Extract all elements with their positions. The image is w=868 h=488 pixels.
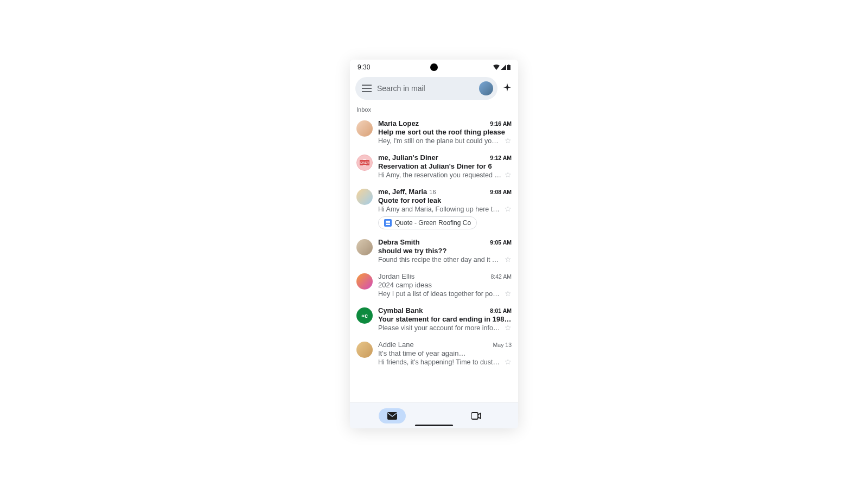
email-body: me, Jeff, Maria169:08 AMQuote for roof l… bbox=[378, 188, 512, 229]
email-row[interactable]: Jordan Ellis8:42 AM2024 camp ideasHey I … bbox=[350, 268, 518, 302]
email-snippet: Hi Amy and Maria, Following up here t… bbox=[378, 206, 501, 213]
search-bar[interactable]: Search in mail bbox=[355, 77, 497, 100]
status-bar: 9:30 bbox=[350, 60, 518, 75]
email-time: May 13 bbox=[493, 342, 512, 348]
star-icon[interactable]: ☆ bbox=[505, 289, 512, 298]
sender-avatar bbox=[356, 239, 373, 255]
email-body: Cymbal Bank8:01 AMYour statement for car… bbox=[378, 306, 512, 332]
account-avatar[interactable] bbox=[479, 81, 493, 95]
email-time: 9:05 AM bbox=[490, 239, 512, 246]
phone-frame: 9:30 Search in mail Inbox Maria Lopez9:1… bbox=[350, 60, 518, 428]
attachment-label: Quote - Green Roofing Co bbox=[395, 219, 471, 227]
home-indicator[interactable] bbox=[415, 425, 453, 426]
email-snippet: Hi Amy, the reservation you requested is… bbox=[378, 171, 501, 179]
sender-avatar bbox=[356, 342, 373, 358]
email-subject: Quote for roof leak bbox=[378, 196, 512, 204]
svg-rect-2 bbox=[387, 412, 397, 420]
battery-icon bbox=[507, 65, 510, 70]
email-sender: me, Julian's Diner bbox=[378, 153, 438, 162]
email-sender: me, Jeff, Maria16 bbox=[378, 188, 436, 196]
email-list[interactable]: Maria Lopez9:16 AMHelp me sort out the r… bbox=[350, 115, 518, 402]
email-time: 8:42 AM bbox=[490, 273, 512, 280]
star-icon[interactable]: ☆ bbox=[505, 170, 512, 179]
email-sender: Jordan Ellis bbox=[378, 272, 414, 280]
email-body: Addie LaneMay 13It's that time of year a… bbox=[378, 341, 512, 366]
email-sender: Debra Smith bbox=[378, 238, 420, 246]
signal-icon bbox=[501, 65, 506, 70]
search-row: Search in mail bbox=[350, 75, 518, 103]
email-row[interactable]: Debra Smith9:05 AMshould we try this??Fo… bbox=[350, 234, 518, 268]
email-subject: It's that time of year again… bbox=[378, 349, 512, 357]
sender-avatar: «c bbox=[356, 307, 373, 324]
email-snippet: Found this recipe the other day and it m… bbox=[378, 256, 501, 264]
email-subject: Your statement for card ending in 1988 i… bbox=[378, 315, 512, 323]
email-snippet: Hey, I'm still on the plane but could yo… bbox=[378, 137, 501, 145]
wifi-icon bbox=[493, 65, 500, 70]
attachment-chip[interactable]: Quote - Green Roofing Co bbox=[378, 216, 477, 229]
nav-meet[interactable] bbox=[463, 408, 490, 423]
star-icon[interactable]: ☆ bbox=[505, 323, 512, 332]
sender-avatar bbox=[356, 189, 373, 205]
email-subject: Reservation at Julian's Diner for 6 bbox=[378, 162, 512, 170]
email-row[interactable]: «cCymbal Bank8:01 AMYour statement for c… bbox=[350, 302, 518, 336]
star-icon[interactable]: ☆ bbox=[505, 255, 512, 264]
email-row[interactable]: Maria Lopez9:16 AMHelp me sort out the r… bbox=[350, 115, 518, 149]
camera-notch bbox=[430, 63, 438, 71]
section-label: Inbox bbox=[350, 103, 518, 115]
sender-avatar bbox=[356, 273, 373, 290]
star-icon[interactable]: ☆ bbox=[505, 357, 512, 366]
sender-avatar bbox=[356, 120, 373, 137]
sender-avatar: DINER bbox=[356, 155, 373, 171]
email-sender: Addie Lane bbox=[378, 341, 414, 349]
email-sender: Cymbal Bank bbox=[378, 306, 423, 314]
ai-sparkle-icon[interactable] bbox=[502, 82, 513, 95]
email-subject: Help me sort out the roof thing please bbox=[378, 128, 512, 136]
email-subject: should we try this?? bbox=[378, 247, 512, 255]
email-snippet: Hey I put a list of ideas together for p… bbox=[378, 290, 501, 298]
email-time: 9:12 AM bbox=[490, 155, 512, 161]
status-time: 9:30 bbox=[358, 63, 370, 71]
search-placeholder: Search in mail bbox=[377, 84, 474, 93]
email-body: Maria Lopez9:16 AMHelp me sort out the r… bbox=[378, 119, 512, 145]
email-snippet: Hi friends, it's happening! Time to dust… bbox=[378, 358, 501, 366]
email-body: Debra Smith9:05 AMshould we try this??Fo… bbox=[378, 238, 512, 264]
email-time: 9:08 AM bbox=[490, 189, 512, 195]
email-snippet: Please visit your account for more infor… bbox=[378, 324, 501, 332]
email-row[interactable]: me, Jeff, Maria169:08 AMQuote for roof l… bbox=[350, 183, 518, 234]
email-subject: 2024 camp ideas bbox=[378, 281, 512, 289]
doc-icon bbox=[384, 219, 392, 227]
email-body: me, Julian's Diner9:12 AMReservation at … bbox=[378, 153, 512, 179]
email-sender: Maria Lopez bbox=[378, 119, 419, 127]
email-time: 8:01 AM bbox=[490, 307, 512, 314]
star-icon[interactable]: ☆ bbox=[505, 204, 512, 213]
nav-mail[interactable] bbox=[379, 408, 406, 423]
email-time: 9:16 AM bbox=[490, 120, 512, 127]
video-icon bbox=[471, 412, 481, 420]
star-icon[interactable]: ☆ bbox=[505, 136, 512, 145]
svg-rect-0 bbox=[507, 65, 510, 70]
status-icons bbox=[493, 65, 510, 70]
menu-icon[interactable] bbox=[362, 85, 372, 92]
email-row[interactable]: Addie LaneMay 13It's that time of year a… bbox=[350, 336, 518, 370]
email-row[interactable]: DINERme, Julian's Diner9:12 AMReservatio… bbox=[350, 149, 518, 183]
svg-rect-1 bbox=[508, 65, 509, 65]
email-body: Jordan Ellis8:42 AM2024 camp ideasHey I … bbox=[378, 272, 512, 298]
mail-icon bbox=[387, 412, 397, 420]
svg-rect-3 bbox=[471, 413, 478, 419]
